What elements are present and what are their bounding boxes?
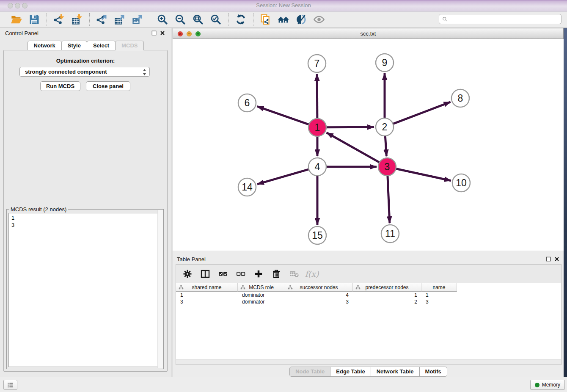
graph-node-11[interactable]: 11 xyxy=(381,225,399,243)
close-table-panel-icon[interactable] xyxy=(553,256,560,262)
dropdown-stepper-icon xyxy=(143,69,146,77)
graph-node-8[interactable]: 8 xyxy=(451,89,469,107)
edge-3-10[interactable] xyxy=(396,168,451,180)
network-window-titlebar[interactable]: scc.txt xyxy=(173,28,564,39)
table-cell: 3 xyxy=(285,298,353,305)
edge-2-8[interactable] xyxy=(393,102,451,124)
graph-node-10[interactable]: 10 xyxy=(452,174,470,192)
svg-text:10: 10 xyxy=(456,177,467,188)
edge-1-7[interactable] xyxy=(317,74,317,119)
mcds-result-text[interactable]: 1 3 xyxy=(8,213,162,367)
trash-icon[interactable] xyxy=(271,268,282,279)
run-mcds-button[interactable]: Run MCDS xyxy=(40,81,80,91)
list-icon xyxy=(7,381,14,389)
tab-edge-table[interactable]: Edge Table xyxy=(330,367,371,377)
zoom-fit-icon[interactable] xyxy=(192,13,204,26)
task-history-button[interactable] xyxy=(3,380,17,390)
column-header-predecessor-nodes[interactable]: predecessor nodes xyxy=(353,283,421,292)
table-cell: 1 xyxy=(353,292,421,298)
edge-3-1[interactable] xyxy=(327,133,380,162)
import-network-icon[interactable] xyxy=(53,13,66,26)
refresh-icon[interactable] xyxy=(234,13,247,26)
eye-icon[interactable] xyxy=(313,13,325,26)
optimization-criterion-label: Optimization criterion: xyxy=(4,58,167,64)
zoom-selected-icon[interactable] xyxy=(209,13,222,26)
svg-text:7: 7 xyxy=(314,58,320,69)
column-header-MCDS-role[interactable]: MCDS role xyxy=(238,283,285,292)
edge-1-6[interactable] xyxy=(257,106,309,124)
graph-node-14[interactable]: 14 xyxy=(238,178,256,196)
search-input[interactable] xyxy=(450,16,559,22)
vizmapper-icon[interactable] xyxy=(295,13,308,26)
delete-table-icon[interactable] xyxy=(289,268,300,279)
edge-2-3[interactable] xyxy=(385,136,386,156)
network-canvas[interactable]: 7968124314101511 xyxy=(173,39,564,251)
mcds-result-title: MCDS result (2 nodes) xyxy=(9,206,68,213)
network-view-window: scc.txt 7968124314101511 xyxy=(173,28,564,251)
criterion-value: strongly connected component xyxy=(25,69,107,75)
tab-node-table[interactable]: Node Table xyxy=(289,367,330,377)
table-cell: 3 xyxy=(176,298,238,305)
memory-button[interactable]: Memory xyxy=(530,380,565,390)
export-table-icon[interactable] xyxy=(113,13,126,26)
edge-4-14[interactable] xyxy=(257,169,309,184)
close-panel-button[interactable]: Close panel xyxy=(86,81,130,91)
graph-node-2[interactable]: 2 xyxy=(376,118,394,136)
svg-text:14: 14 xyxy=(242,182,253,193)
node-table-container: f(x) shared nameMCDS rolesuccessor nodes… xyxy=(176,264,561,365)
edge-3-11[interactable] xyxy=(388,176,390,223)
network-file-icon[interactable] xyxy=(259,13,272,26)
zoom-in-icon[interactable] xyxy=(156,13,169,26)
close-panel-icon[interactable] xyxy=(159,30,166,36)
column-header-name[interactable]: name xyxy=(421,283,457,292)
toolbar-group xyxy=(47,13,89,26)
table-horizontal-scrollbar[interactable] xyxy=(176,359,561,364)
save-icon[interactable] xyxy=(28,13,41,26)
graph-node-15[interactable]: 15 xyxy=(308,226,326,244)
svg-text:2: 2 xyxy=(382,121,388,133)
float-panel-icon[interactable] xyxy=(151,30,157,36)
mcds-result-group: MCDS result (2 nodes) 1 3 xyxy=(6,209,164,369)
graph-node-7[interactable]: 7 xyxy=(308,55,326,72)
graph-node-9[interactable]: 9 xyxy=(376,54,394,72)
function-icon[interactable]: f(x) xyxy=(306,268,317,279)
home-icon[interactable] xyxy=(277,13,290,26)
table-cell: 4 xyxy=(285,292,353,298)
table-toolbar: f(x) xyxy=(176,265,561,283)
export-network-icon[interactable] xyxy=(96,13,108,26)
add-icon[interactable] xyxy=(253,268,264,279)
tree-icon xyxy=(240,285,245,290)
table-row[interactable]: 3dominator323 xyxy=(176,298,561,305)
edge-1-2[interactable] xyxy=(326,127,374,127)
column-header-successor-nodes[interactable]: successor nodes xyxy=(285,283,353,292)
table-row[interactable]: 1dominator411 xyxy=(176,292,561,298)
graph-node-4[interactable]: 4 xyxy=(308,158,326,176)
tab-motifs[interactable]: Motifs xyxy=(419,367,447,377)
float-table-panel-icon[interactable] xyxy=(545,256,552,262)
column-label: predecessor nodes xyxy=(365,284,408,290)
tab-network[interactable]: Network xyxy=(28,41,62,50)
mcds-tab-panel: Optimization criterion: strongly connect… xyxy=(3,50,168,372)
graph-node-6[interactable]: 6 xyxy=(238,94,256,112)
control-panel: Control Panel NetworkStyleSelectMCDS Opt… xyxy=(0,28,171,377)
column-header-shared-name[interactable]: shared name xyxy=(176,283,238,292)
column-label: shared name xyxy=(192,284,221,290)
export-image-icon[interactable] xyxy=(131,13,144,26)
column-label: successor nodes xyxy=(300,284,338,290)
open-icon[interactable] xyxy=(10,13,23,26)
deselect-all-icon[interactable] xyxy=(235,268,246,279)
criterion-dropdown[interactable]: strongly connected component xyxy=(19,67,150,77)
select-all-icon[interactable] xyxy=(217,268,228,279)
mcds-result-scrollbar[interactable] xyxy=(157,210,163,368)
graph-node-3[interactable]: 3 xyxy=(378,158,396,176)
graph-node-1[interactable]: 1 xyxy=(308,119,326,136)
tab-mcds[interactable]: MCDS xyxy=(115,41,144,50)
tab-style[interactable]: Style xyxy=(61,41,87,50)
tab-select[interactable]: Select xyxy=(87,41,116,50)
import-table-icon[interactable] xyxy=(71,13,83,26)
columns-icon[interactable] xyxy=(200,268,211,279)
zoom-out-icon[interactable] xyxy=(174,13,187,26)
table-cell: 3 xyxy=(421,298,457,305)
tab-network-table[interactable]: Network Table xyxy=(371,367,420,377)
gear-icon[interactable] xyxy=(182,268,193,279)
